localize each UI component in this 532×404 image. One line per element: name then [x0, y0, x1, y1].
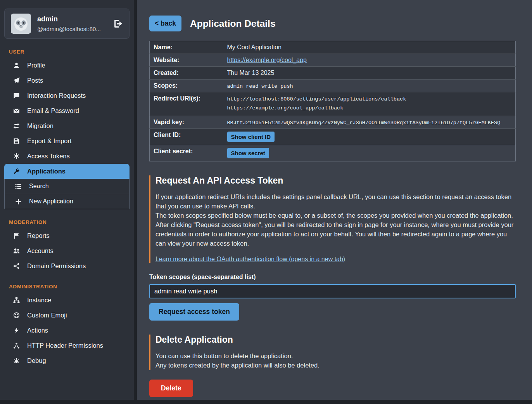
sidebar-item-label: HTTP Header Permissions — [27, 342, 103, 349]
comment-icon — [12, 92, 20, 99]
settings-panel: admin @admin@localhost:80... USER Profil… — [0, 0, 532, 400]
sidebar-item-reports[interactable]: Reports — [4, 228, 130, 243]
token-scopes-input[interactable] — [149, 284, 516, 298]
users-icon — [12, 248, 20, 254]
floppy-icon — [12, 138, 20, 144]
sidebar-item-profile[interactable]: Profile — [4, 58, 130, 73]
envelope-icon — [12, 108, 20, 114]
logout-icon[interactable] — [114, 19, 123, 28]
sidebar-item-custom-emoji[interactable]: Custom Emoji — [4, 308, 130, 323]
section-label-user: USER — [9, 49, 130, 55]
row-label: Website: — [150, 54, 224, 67]
sidebar-item-applications[interactable]: Applications — [4, 164, 130, 179]
page-header: < back Application Details — [149, 16, 516, 31]
row-label: Redirect URI(s): — [150, 92, 224, 116]
network-icon — [12, 342, 20, 349]
section-label-administration: ADMINISTRATION — [9, 284, 130, 290]
share-nodes-icon — [12, 263, 20, 269]
sidebar-item-label: Actions — [27, 327, 48, 334]
request-token-title: Request An API Access Token — [155, 175, 516, 186]
delete-application-section: Delete Application You can use this butt… — [149, 335, 516, 370]
sidebar: admin @admin@localhost:80... USER Profil… — [0, 0, 134, 400]
show-client-id-button[interactable]: Show client ID — [227, 132, 275, 142]
bolt-icon — [12, 327, 20, 334]
avatar — [11, 14, 31, 34]
row-label: Vapid key: — [150, 116, 224, 128]
table-row: Created: Thu Mar 13 2025 — [150, 67, 516, 80]
sidebar-item-label: Interaction Requests — [27, 92, 86, 99]
sidebar-item-label: Export & Import — [27, 137, 72, 145]
sidebar-item-email-password[interactable]: Email & Password — [4, 103, 130, 118]
paper-plane-icon — [12, 77, 20, 84]
delete-button[interactable]: Delete — [149, 380, 193, 397]
table-row: Client secret: Show secret — [150, 145, 516, 161]
row-label: Client ID: — [150, 128, 224, 145]
sidebar-item-debug[interactable]: Debug — [4, 353, 130, 368]
sidebar-item-applications-search[interactable]: Search — [5, 179, 129, 194]
sidebar-item-label: Instance — [27, 296, 51, 304]
row-label: Created: — [150, 67, 224, 80]
sidebar-item-label: New Application — [29, 198, 73, 205]
sidebar-item-http-header-permissions[interactable]: HTTP Header Permissions — [4, 338, 130, 353]
sidebar-item-accounts[interactable]: Accounts — [4, 243, 130, 258]
oauth-docs-link[interactable]: Learn more about the OAuth authenticatio… — [155, 256, 345, 263]
sidebar-item-migration[interactable]: Migration — [4, 118, 130, 134]
sidebar-item-domain-permissions[interactable]: Domain Permissions — [4, 258, 130, 274]
section-label-moderation: MODERATION — [9, 219, 130, 225]
sidebar-item-instance[interactable]: Instance — [4, 293, 130, 308]
wrench-icon — [12, 168, 20, 175]
scopes-value: admin read write push — [227, 83, 293, 89]
row-label: Name: — [150, 41, 224, 54]
user-name: admin — [37, 15, 101, 23]
sidebar-item-interaction-requests[interactable]: Interaction Requests — [4, 88, 130, 103]
show-secret-button[interactable]: Show secret — [227, 148, 269, 158]
app-name-value: My Cool Application — [224, 41, 516, 54]
sidebar-item-posts[interactable]: Posts — [4, 73, 130, 88]
website-link[interactable]: https://example.org/cool_app — [227, 57, 307, 63]
vapid-key-value: BBJffJ219b5iE512m7wQSzv4KgKDhgZZVzNyWC_r… — [227, 120, 501, 126]
row-label: Scopes: — [150, 80, 224, 92]
user-meta: admin @admin@localhost:80... — [37, 15, 101, 32]
exchange-icon — [12, 123, 20, 129]
sitemap-icon — [12, 297, 20, 303]
token-scopes-label: Token scopes (space-separated list) — [149, 274, 516, 281]
sidebar-item-label: Applications — [27, 168, 66, 175]
applications-submenu: Search New Application — [4, 179, 130, 209]
sidebar-item-label: Debug — [27, 357, 46, 364]
sidebar-item-label: Search — [29, 183, 49, 190]
back-button[interactable]: < back — [149, 16, 181, 31]
table-row: Redirect URI(s): http://localhost:8080/s… — [150, 92, 516, 116]
sidebar-item-label: Accounts — [27, 247, 54, 255]
sidebar-item-label: Posts — [27, 77, 43, 84]
sidebar-item-label: Custom Emoji — [27, 312, 67, 319]
row-label: Client secret: — [150, 145, 224, 161]
sidebar-item-label: Profile — [27, 62, 45, 69]
main-content: < back Application Details Name: My Cool… — [137, 0, 532, 400]
sidebar-item-label: Migration — [27, 122, 54, 130]
table-row: Name: My Cool Application — [150, 41, 516, 54]
sidebar-item-label: Domain Permissions — [27, 262, 86, 270]
user-icon — [12, 62, 20, 69]
request-token-section: Request An API Access Token If your appl… — [149, 175, 516, 263]
request-token-paragraph: If your application redirect URIs includ… — [155, 192, 516, 211]
sidebar-item-label: Access Tokens — [27, 153, 70, 160]
delete-line: Any tokens created by the application wi… — [155, 361, 516, 370]
sidebar-item-access-tokens[interactable]: Access Tokens — [4, 149, 130, 164]
table-row: Scopes: admin read write push — [150, 80, 516, 92]
flag-icon — [12, 232, 20, 239]
smiley-icon — [12, 312, 20, 319]
sidebar-item-actions[interactable]: Actions — [4, 323, 130, 338]
table-row: Vapid key: BBJffJ219b5iE512m7wQSzv4KgKDh… — [150, 116, 516, 128]
request-access-token-button[interactable]: Request access token — [149, 303, 239, 321]
sidebar-item-new-application[interactable]: New Application — [5, 194, 129, 209]
redirect-uri-1: http://localhost:8080/settings/user/appl… — [227, 95, 513, 104]
request-token-paragraph: After clicking "Request access token", y… — [155, 220, 516, 248]
user-card[interactable]: admin @admin@localhost:80... — [4, 9, 130, 39]
delete-line: You can use this button to delete the ap… — [155, 351, 516, 361]
asterisk-icon — [12, 153, 20, 160]
delete-application-title: Delete Application — [155, 335, 516, 345]
sidebar-item-export-import[interactable]: Export & Import — [4, 134, 130, 149]
plus-icon — [14, 198, 22, 205]
user-handle: @admin@localhost:80... — [37, 26, 101, 32]
redirect-uri-2: https://example.org/cool_app/callback — [227, 104, 513, 113]
